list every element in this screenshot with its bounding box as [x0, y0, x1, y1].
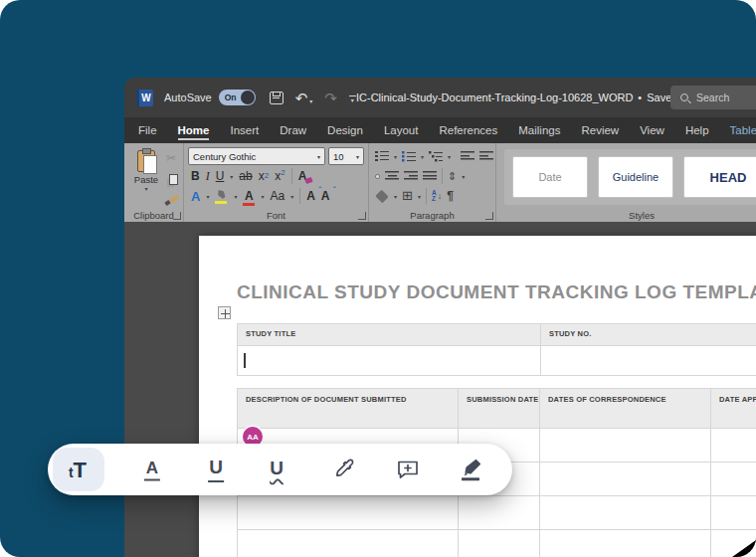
- paragraph-group-label: Paragraph: [369, 210, 495, 221]
- text-highlight-button[interactable]: [215, 189, 228, 204]
- highlight-chevron-icon[interactable]: ▾: [234, 193, 237, 200]
- cut-icon[interactable]: ✂: [166, 151, 179, 165]
- eyedropper-button[interactable]: [333, 458, 357, 481]
- font-color-tool-button[interactable]: A: [144, 459, 160, 481]
- numbered-chevron-icon[interactable]: ▾: [421, 153, 424, 160]
- highlighter-button[interactable]: [458, 457, 483, 482]
- sort-button[interactable]: AZ ↓: [432, 190, 442, 202]
- clear-formatting-button[interactable]: A: [298, 169, 307, 183]
- tab-file[interactable]: File: [138, 124, 157, 136]
- copy-icon[interactable]: [169, 174, 178, 185]
- study-title-cell[interactable]: [238, 346, 541, 376]
- document-title-bar-text[interactable]: IC-Clinical-Study-Document-Tracking-Log-…: [356, 78, 685, 117]
- align-left-button[interactable]: [375, 174, 380, 179]
- tab-insert[interactable]: Insert: [230, 124, 259, 136]
- tab-table-design[interactable]: Table Design: [730, 124, 756, 136]
- font-dialog-launcher[interactable]: [358, 212, 366, 220]
- study-no-header: STUDY NO.: [541, 324, 756, 346]
- text-cursor: [244, 353, 246, 368]
- bullet-list-icon[interactable]: [375, 150, 389, 162]
- font-size-select[interactable]: 10 ▾: [328, 147, 364, 165]
- decrease-indent-icon[interactable]: [461, 150, 474, 162]
- font-color-chevron-icon[interactable]: ▾: [261, 193, 264, 200]
- tab-mailings[interactable]: Mailings: [518, 124, 560, 136]
- superscript-button[interactable]: x2: [275, 169, 284, 183]
- tab-home[interactable]: Home: [178, 124, 210, 140]
- paragraph-dialog-launcher[interactable]: [485, 212, 493, 220]
- tab-design[interactable]: Design: [327, 124, 363, 136]
- style-heading[interactable]: HEAD: [683, 156, 756, 198]
- underline-button[interactable]: U: [216, 169, 225, 183]
- separator: •: [638, 92, 642, 103]
- tab-review[interactable]: Review: [581, 124, 619, 136]
- underline-chevron-icon[interactable]: ▾: [230, 173, 233, 180]
- search-placeholder: Search: [696, 92, 729, 103]
- correspondence-header: DATES OF CORRESPONDENCE: [540, 389, 711, 429]
- style-date[interactable]: Date: [512, 156, 588, 198]
- document-area: CLINICAL STUDY DOCUMENT TRACKING LOG TEM…: [124, 222, 756, 557]
- clipboard-dialog-launcher[interactable]: [173, 212, 181, 220]
- screenshot-canvas: W AutoSave On ↶ ▾ ↷ ▾ IC-Clinical-Study-: [0, 0, 756, 557]
- text-effects-button[interactable]: A: [191, 189, 200, 204]
- shrink-font-button[interactable]: Aˇ: [321, 189, 330, 203]
- title-bar: W AutoSave On ↶ ▾ ↷ ▾ IC-Clinical-Study-: [124, 78, 756, 117]
- highlighter-icon: [458, 457, 483, 482]
- align-center-icon[interactable]: [385, 170, 399, 182]
- styles-group-label: Styles: [496, 210, 756, 221]
- tab-view[interactable]: View: [640, 124, 664, 136]
- change-case-chevron-icon[interactable]: ▾: [290, 193, 293, 200]
- line-spacing-icon[interactable]: ⇕: [448, 170, 457, 183]
- borders-icon[interactable]: ⊞: [402, 190, 413, 202]
- shading-icon[interactable]: [375, 189, 388, 202]
- document-page[interactable]: CLINICAL STUDY DOCUMENT TRACKING LOG TEM…: [199, 236, 756, 557]
- format-painter-icon[interactable]: [166, 194, 179, 206]
- table-row: [238, 530, 756, 557]
- font-family-select[interactable]: Century Gothic ▾: [188, 147, 325, 165]
- autosave-state-label: On: [225, 93, 237, 102]
- new-comment-button[interactable]: [396, 458, 421, 481]
- study-no-cell[interactable]: [541, 346, 756, 376]
- subscript-button[interactable]: x2: [259, 169, 269, 183]
- italic-button[interactable]: I: [206, 169, 210, 183]
- undo-button[interactable]: ↶ ▾: [295, 92, 313, 104]
- toggle-knob-icon: [241, 91, 255, 104]
- wavy-underline-tool-button[interactable]: U: [270, 458, 284, 482]
- undo-icon: ↶: [295, 92, 308, 104]
- file-name: IC-Clinical-Study-Document-Tracking-Log-…: [356, 92, 633, 103]
- study-title-header: STUDY TITLE: [238, 324, 541, 346]
- word-app-icon[interactable]: W: [136, 90, 153, 106]
- grow-font-button[interactable]: Aˆ: [306, 189, 315, 203]
- shading-chevron-icon[interactable]: ▾: [394, 193, 397, 200]
- borders-chevron-icon[interactable]: ▾: [418, 193, 421, 200]
- quick-access-menu-icon[interactable]: ▾: [349, 93, 356, 102]
- strikethrough-button[interactable]: ab: [239, 169, 252, 183]
- submission-date-header: SUBMISSION DATE: [459, 389, 540, 429]
- table-move-handle-icon[interactable]: [218, 306, 231, 319]
- justify-icon[interactable]: [423, 170, 437, 182]
- line-spacing-chevron-icon[interactable]: ▾: [462, 173, 465, 180]
- search-input[interactable]: Search: [670, 86, 756, 109]
- bold-button[interactable]: B: [191, 169, 200, 183]
- font-color-button[interactable]: A: [243, 189, 255, 203]
- text-size-button[interactable]: tT: [69, 461, 87, 479]
- multilevel-chevron-icon[interactable]: ▾: [448, 153, 451, 160]
- autosave-toggle[interactable]: On: [219, 90, 256, 105]
- tab-help[interactable]: Help: [685, 124, 709, 136]
- styles-group: Date Guideline HEAD Styles: [496, 143, 756, 222]
- bullet-chevron-icon[interactable]: ▾: [394, 153, 397, 160]
- text-effects-chevron-icon[interactable]: ▾: [206, 193, 209, 200]
- numbered-list-icon[interactable]: [402, 150, 416, 162]
- show-hide-marks-button[interactable]: ¶: [447, 189, 454, 203]
- style-guideline[interactable]: Guideline: [598, 156, 673, 198]
- tab-references[interactable]: References: [439, 124, 497, 136]
- multilevel-list-icon[interactable]: [429, 150, 443, 162]
- align-right-icon[interactable]: [404, 170, 418, 182]
- tab-layout[interactable]: Layout: [384, 124, 419, 136]
- font-group: Century Gothic ▾ 10 ▾ B I U ▾ ab x2 x2: [184, 143, 369, 222]
- paste-button[interactable]: Paste ▾: [128, 147, 164, 208]
- underline-tool-button[interactable]: U: [208, 457, 224, 482]
- tab-draw[interactable]: Draw: [280, 124, 306, 136]
- change-case-button[interactable]: Aa: [270, 189, 284, 203]
- increase-indent-icon[interactable]: [479, 150, 493, 162]
- save-icon[interactable]: [270, 92, 284, 104]
